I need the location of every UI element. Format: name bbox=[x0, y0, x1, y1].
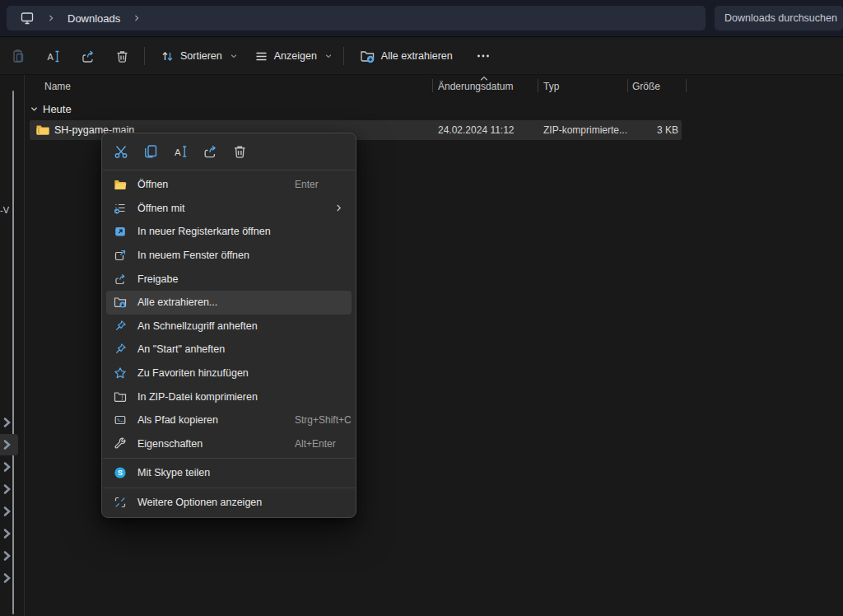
tree-expand-chevron-icon[interactable] bbox=[1, 416, 14, 429]
menu-item-open-with[interactable]: Öffnen mit bbox=[106, 197, 352, 221]
rename-button[interactable]: A bbox=[38, 42, 68, 70]
tree-expand-chevron-icon[interactable] bbox=[1, 438, 14, 451]
svg-text:S: S bbox=[118, 469, 123, 478]
zip-folder-icon bbox=[35, 123, 50, 138]
open-in-window-icon bbox=[114, 249, 127, 262]
more-options-button[interactable] bbox=[469, 42, 497, 70]
menu-item-share[interactable]: Freigabe bbox=[106, 267, 352, 291]
nav-item-label-fragment: -V bbox=[0, 205, 9, 215]
group-label: Heute bbox=[43, 103, 72, 115]
tree-expand-chevron-icon[interactable] bbox=[1, 549, 14, 562]
pin-icon bbox=[114, 343, 127, 356]
folder-open-icon bbox=[114, 178, 127, 191]
delete-icon[interactable] bbox=[231, 142, 249, 161]
svg-text:A: A bbox=[47, 52, 54, 62]
navigation-pane: -V bbox=[0, 75, 24, 616]
menu-separator bbox=[103, 458, 355, 459]
file-type: ZIP-komprimierte... bbox=[543, 124, 627, 136]
explorer-window: Downloads Downloads durchsuchen A Sortie… bbox=[0, 0, 843, 616]
column-header-type[interactable]: Typ bbox=[543, 81, 559, 92]
chevron-down-icon[interactable] bbox=[25, 105, 43, 114]
menu-item-open[interactable]: Öffnen Enter bbox=[106, 173, 352, 197]
tree-expand-chevron-icon[interactable] bbox=[1, 483, 14, 496]
menu-item-open-new-tab[interactable]: In neuer Registerkarte öffnen bbox=[106, 220, 352, 244]
toolbar-divider bbox=[343, 47, 344, 65]
sort-button-label: Sortieren bbox=[180, 50, 222, 62]
paste-button[interactable] bbox=[3, 42, 33, 70]
context-menu: A Öffnen Enter Öffnen mit In neuer Regis… bbox=[101, 133, 356, 518]
extract-all-icon bbox=[114, 296, 127, 309]
share-button[interactable] bbox=[72, 42, 102, 70]
share-icon bbox=[114, 273, 127, 286]
column-divider[interactable] bbox=[538, 79, 538, 92]
chevron-down-icon bbox=[324, 52, 333, 60]
menu-separator bbox=[103, 488, 355, 488]
menu-item-add-favorites[interactable]: Zu Favoriten hinzufügen bbox=[106, 362, 352, 385]
tree-expand-chevron-icon[interactable] bbox=[1, 460, 14, 474]
column-divider[interactable] bbox=[432, 79, 433, 92]
menu-item-properties[interactable]: Eigenschaften Alt+Enter bbox=[106, 432, 352, 456]
view-button-label: Anzeigen bbox=[274, 50, 317, 62]
open-with-icon bbox=[114, 202, 127, 215]
title-bar: Downloads Downloads durchsuchen bbox=[0, 0, 843, 37]
chevron-down-icon bbox=[230, 52, 238, 60]
menu-item-extract-all[interactable]: Alle extrahieren... bbox=[106, 291, 352, 315]
menu-item-show-more-options[interactable]: Weitere Optionen anzeigen bbox=[106, 491, 352, 515]
view-button[interactable]: Anzeigen bbox=[246, 42, 341, 70]
cut-icon[interactable] bbox=[112, 142, 130, 161]
file-size: 3 KB bbox=[657, 124, 678, 136]
share-icon[interactable] bbox=[201, 142, 219, 161]
chevron-right-icon bbox=[40, 14, 63, 22]
breadcrumb-downloads[interactable]: Downloads bbox=[63, 12, 125, 25]
file-modified-date: 24.02.2024 11:12 bbox=[438, 124, 515, 136]
menu-item-copy-as-path[interactable]: Als Pfad kopieren Strg+Shift+C bbox=[106, 408, 352, 432]
show-more-options-icon bbox=[114, 496, 127, 509]
svg-text:A: A bbox=[175, 147, 181, 157]
column-header-name[interactable]: Name bbox=[44, 81, 71, 92]
delete-button[interactable] bbox=[107, 42, 137, 70]
column-divider[interactable] bbox=[686, 79, 687, 92]
extract-all-label: Alle extrahieren bbox=[381, 50, 453, 62]
toolbar-divider bbox=[144, 47, 145, 65]
column-divider[interactable] bbox=[627, 79, 628, 92]
copy-icon[interactable] bbox=[142, 142, 160, 161]
submenu-chevron-icon bbox=[334, 203, 343, 212]
column-header-modified[interactable]: Änderungsdatum bbox=[438, 81, 513, 92]
menu-separator bbox=[103, 170, 355, 170]
column-header-size[interactable]: Größe bbox=[632, 81, 660, 92]
skype-icon: S bbox=[114, 466, 127, 479]
star-icon bbox=[114, 366, 127, 380]
chevron-right-icon[interactable] bbox=[125, 14, 148, 22]
this-pc-icon[interactable] bbox=[15, 11, 40, 26]
tree-expand-chevron-icon[interactable] bbox=[1, 572, 14, 585]
zip-folder-outline-icon bbox=[114, 390, 127, 404]
wrench-icon bbox=[114, 437, 127, 450]
extract-all-button[interactable]: Alle extrahieren bbox=[352, 42, 461, 70]
address-bar[interactable]: Downloads bbox=[7, 6, 706, 30]
menu-item-pin-quick-access[interactable]: An Schnellzugriff anheften bbox=[106, 315, 352, 338]
menu-item-pin-start[interactable]: An "Start" anheften bbox=[106, 338, 352, 362]
menu-item-compress-zip[interactable]: In ZIP-Datei komprimieren bbox=[106, 385, 352, 408]
menu-item-open-new-window[interactable]: In neuem Fenster öffnen bbox=[106, 244, 352, 268]
tree-expand-chevron-icon[interactable] bbox=[1, 527, 14, 540]
search-input[interactable]: Downloads durchsuchen bbox=[715, 6, 843, 30]
group-header-today[interactable]: Heute bbox=[25, 100, 72, 117]
open-in-tab-icon bbox=[114, 225, 127, 238]
context-menu-quick-actions: A bbox=[102, 136, 356, 167]
menu-item-share-skype[interactable]: S Mit Skype teilen bbox=[106, 461, 352, 485]
command-toolbar: A Sortieren Anzeigen Alle extrahieren bbox=[0, 38, 843, 75]
rename-icon[interactable]: A bbox=[171, 142, 189, 161]
pin-icon bbox=[114, 320, 127, 333]
sort-button[interactable]: Sortieren bbox=[152, 42, 246, 70]
tree-expand-chevron-icon[interactable] bbox=[1, 505, 14, 518]
copy-path-icon bbox=[114, 413, 127, 427]
